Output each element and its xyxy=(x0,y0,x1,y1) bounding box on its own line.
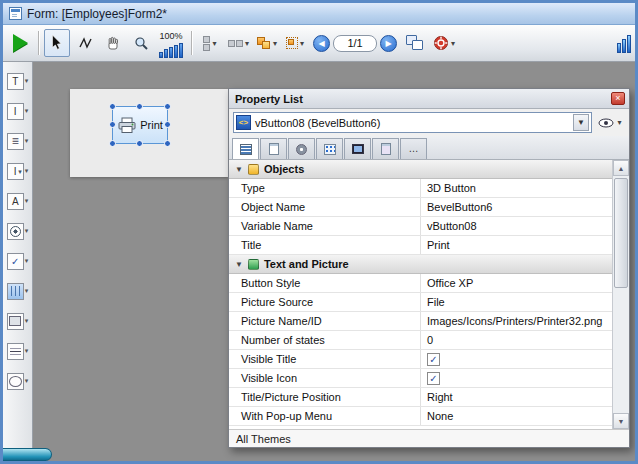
chevron-down-icon[interactable]: ▾ xyxy=(25,167,29,175)
palette-tool-list[interactable]: ▾ xyxy=(7,128,29,154)
property-row[interactable]: Number of states 0 xyxy=(229,331,612,350)
property-list-header[interactable]: Property List × xyxy=(229,89,629,109)
property-row[interactable]: Title Print xyxy=(229,236,612,255)
view-options-button[interactable]: ▾ xyxy=(595,112,625,133)
print-button-object[interactable]: Print xyxy=(112,106,168,144)
property-value[interactable]: None xyxy=(421,407,612,425)
property-value[interactable]: 3D Button xyxy=(421,179,612,197)
selection-handle[interactable] xyxy=(109,140,116,147)
property-value[interactable]: Images/Icons/Printers/Printer32.png xyxy=(421,312,612,330)
property-value[interactable]: vButton08 xyxy=(421,217,612,235)
palette-tool-combo[interactable]: I▾ xyxy=(7,158,29,184)
chevron-down-icon[interactable]: ▾ xyxy=(25,77,29,85)
property-value[interactable]: File xyxy=(421,293,612,311)
chevron-down-icon[interactable]: ▾ xyxy=(25,287,29,295)
checkbox-checked[interactable]: ✓ xyxy=(427,372,440,385)
chevron-down-icon[interactable]: ▾ xyxy=(25,107,29,115)
palette-tool-radio[interactable]: ▾ xyxy=(7,218,29,244)
property-row[interactable]: Variable Name vButton08 xyxy=(229,217,612,236)
chevron-down-icon[interactable]: ▾ xyxy=(25,377,29,385)
palette-tool-buttonbar[interactable]: ▾ xyxy=(7,278,29,304)
chevron-down-icon[interactable]: ▾ xyxy=(25,227,29,235)
close-icon[interactable]: × xyxy=(611,92,625,105)
tab-display[interactable] xyxy=(344,138,371,159)
checkbox-checked[interactable]: ✓ xyxy=(427,353,440,366)
selection-tool-button[interactable] xyxy=(44,29,70,57)
level-button[interactable]: ▾ xyxy=(254,29,280,57)
property-value[interactable]: Right xyxy=(421,388,612,406)
tab-settings[interactable] xyxy=(288,138,315,159)
selection-handle[interactable] xyxy=(109,121,116,128)
tab-coordinates[interactable] xyxy=(316,138,343,159)
form-page[interactable]: Print xyxy=(70,89,228,177)
run-form-button[interactable] xyxy=(7,29,33,57)
chevron-down-icon[interactable]: ▾ xyxy=(25,347,29,355)
distribute-icon xyxy=(228,40,243,47)
windows-button[interactable] xyxy=(402,29,428,57)
chevron-down-icon[interactable]: ▾ xyxy=(25,137,29,145)
property-row[interactable]: Object Name BevelButton6 xyxy=(229,198,612,217)
collapsed-bar-accent[interactable] xyxy=(3,448,52,461)
selection-handle[interactable] xyxy=(136,140,143,147)
palette-tool-splitter[interactable]: ▾ xyxy=(7,338,29,364)
distribute-button[interactable]: ▾ xyxy=(225,29,252,57)
collapse-triangle-icon[interactable]: ▼ xyxy=(235,260,243,269)
align-button[interactable]: ▾ xyxy=(197,29,223,57)
scroll-thumb[interactable] xyxy=(614,178,628,288)
selection-handle[interactable] xyxy=(164,103,171,110)
palette-tool-oval[interactable]: ▾ xyxy=(7,368,29,394)
property-row[interactable]: Visible Icon ✓ xyxy=(229,369,612,388)
property-value[interactable]: Print xyxy=(421,236,612,254)
tab-all-properties[interactable] xyxy=(232,138,259,159)
zoom-widget[interactable]: 100% xyxy=(156,28,186,58)
zoom-tool-button[interactable] xyxy=(128,29,154,57)
selection-handle[interactable] xyxy=(109,103,116,110)
property-row[interactable]: Button Style Office XP xyxy=(229,274,612,293)
selection-handle[interactable] xyxy=(136,103,143,110)
section-header-objects[interactable]: ▼ Objects xyxy=(229,160,612,179)
scroll-track[interactable] xyxy=(613,176,629,413)
list-tab-icon xyxy=(240,144,252,155)
chevron-down-icon[interactable]: ▾ xyxy=(25,317,29,325)
palette-tool-rectangle[interactable]: ▾ xyxy=(7,308,29,334)
property-row[interactable]: Type 3D Button xyxy=(229,179,612,198)
palette-tool-text[interactable]: T▾ xyxy=(7,68,29,94)
collapse-triangle-icon[interactable]: ▼ xyxy=(235,165,243,174)
scroll-up-button[interactable]: ▲ xyxy=(613,160,629,176)
polyline-tool-button[interactable] xyxy=(72,29,98,57)
pan-tool-button[interactable] xyxy=(100,29,126,57)
tab-more[interactable]: … xyxy=(400,138,427,159)
property-value[interactable]: 0 xyxy=(421,331,612,349)
property-row[interactable]: With Pop-up Menu None xyxy=(229,407,612,426)
clipped-toolbar-icon[interactable] xyxy=(617,33,631,53)
property-row[interactable]: Visible Title ✓ xyxy=(229,350,612,369)
next-page-button[interactable]: ▶ xyxy=(380,35,397,52)
tab-appearance[interactable] xyxy=(260,138,287,159)
scroll-down-button[interactable]: ▼ xyxy=(613,413,629,429)
theme-footer[interactable]: All Themes xyxy=(229,429,629,447)
chevron-down-icon[interactable]: ▼ xyxy=(573,114,589,131)
property-row[interactable]: Picture Name/ID Images/Icons/Printers/Pr… xyxy=(229,312,612,331)
property-scrollbar[interactable]: ▲ ▼ xyxy=(612,160,629,429)
form-canvas[interactable]: Print Property List × xyxy=(33,62,635,461)
previous-page-button[interactable]: ◀ xyxy=(313,35,330,52)
section-header-text-and-picture[interactable]: ▼ Text and Picture xyxy=(229,255,612,274)
property-row[interactable]: Title/Picture Position Right xyxy=(229,388,612,407)
chevron-down-icon[interactable]: ▾ xyxy=(25,197,29,205)
tab-events[interactable] xyxy=(372,138,399,159)
property-row[interactable]: Picture Source File xyxy=(229,293,612,312)
selection-handle[interactable] xyxy=(164,121,171,128)
property-value[interactable]: BevelButton6 xyxy=(421,198,612,216)
grid-button[interactable]: ▾ xyxy=(282,29,308,57)
hand-icon xyxy=(106,36,120,51)
palette-tool-input[interactable]: I▾ xyxy=(7,98,29,124)
palette-tool-label[interactable]: A▾ xyxy=(7,188,29,214)
settings-button[interactable]: ▾ xyxy=(430,29,458,57)
property-value[interactable]: Office XP xyxy=(421,274,612,292)
title-bar[interactable]: Form: [Employees]Form2* xyxy=(3,3,635,25)
selection-handle[interactable] xyxy=(164,140,171,147)
chevron-down-icon[interactable]: ▾ xyxy=(25,257,29,265)
zoom-bars-icon[interactable] xyxy=(159,42,183,58)
palette-tool-checkbox[interactable]: ▾ xyxy=(7,248,29,274)
object-selector-dropdown[interactable]: <> vButton08 (BevelButton6) ▼ xyxy=(233,112,592,133)
